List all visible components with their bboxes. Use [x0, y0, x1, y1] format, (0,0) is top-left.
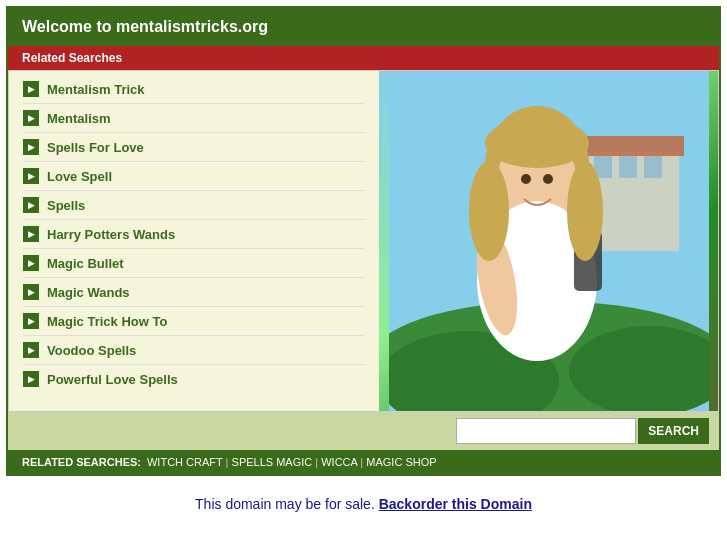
list-item: ▶ Voodoo Spells: [23, 342, 365, 365]
bottom-related-links: WITCH CRAFT | SPELLS MAGIC | WICCA | MAG…: [147, 456, 437, 468]
list-item: ▶ Mentalism Trick: [23, 81, 365, 104]
image-column: [379, 71, 718, 411]
link-anchor[interactable]: Spells: [47, 198, 85, 213]
search-input[interactable]: [456, 418, 636, 444]
arrow-icon: ▶: [23, 168, 39, 184]
arrow-icon: ▶: [23, 342, 39, 358]
svg-point-19: [469, 161, 509, 261]
link-anchor[interactable]: Powerful Love Spells: [47, 372, 178, 387]
list-item: ▶ Magic Trick How To: [23, 313, 365, 336]
footer: This domain may be for sale. Backorder t…: [0, 482, 727, 522]
bottom-related-label: RELATED SEARCHES:: [22, 456, 141, 468]
main-content-area: ▶ Mentalism Trick ▶ Mentalism ▶ Spells F…: [8, 70, 719, 412]
list-item: ▶ Love Spell: [23, 168, 365, 191]
related-bar-label: Related Searches: [22, 51, 122, 65]
svg-point-17: [521, 174, 531, 184]
backorder-link[interactable]: Backorder this Domain: [379, 496, 532, 512]
link-anchor[interactable]: Magic Wands: [47, 285, 130, 300]
separator: |: [357, 456, 366, 468]
svg-rect-6: [619, 156, 637, 178]
svg-point-20: [567, 161, 603, 261]
link-anchor[interactable]: Magic Trick How To: [47, 314, 167, 329]
list-item: ▶ Powerful Love Spells: [23, 371, 365, 393]
arrow-icon: ▶: [23, 110, 39, 126]
arrow-icon: ▶: [23, 255, 39, 271]
svg-point-18: [543, 174, 553, 184]
related-bar: Related Searches: [8, 46, 719, 70]
link-anchor[interactable]: Magic Bullet: [47, 256, 124, 271]
arrow-icon: ▶: [23, 197, 39, 213]
search-button[interactable]: SEARCH: [638, 418, 709, 444]
list-item: ▶ Mentalism: [23, 110, 365, 133]
arrow-icon: ▶: [23, 226, 39, 242]
svg-rect-7: [644, 156, 662, 178]
search-row: SEARCH: [8, 412, 719, 450]
link-anchor[interactable]: Mentalism: [47, 111, 111, 126]
link-anchor[interactable]: Love Spell: [47, 169, 112, 184]
svg-rect-8: [584, 136, 684, 156]
main-container: Welcome to mentalismtricks.org Related S…: [6, 6, 721, 476]
bottom-related-link[interactable]: SPELLS MAGIC: [232, 456, 313, 468]
separator: |: [312, 456, 321, 468]
arrow-icon: ▶: [23, 139, 39, 155]
links-list: ▶ Mentalism Trick ▶ Mentalism ▶ Spells F…: [23, 81, 365, 393]
site-header: Welcome to mentalismtricks.org: [8, 8, 719, 46]
links-column: ▶ Mentalism Trick ▶ Mentalism ▶ Spells F…: [9, 71, 379, 411]
separator: |: [223, 456, 232, 468]
svg-point-14: [502, 221, 572, 271]
bottom-related-link[interactable]: MAGIC SHOP: [366, 456, 436, 468]
list-item: ▶ Spells: [23, 197, 365, 220]
arrow-icon: ▶: [23, 371, 39, 387]
list-item: ▶ Magic Bullet: [23, 255, 365, 278]
header-title: Welcome to mentalismtricks.org: [22, 18, 268, 35]
link-anchor[interactable]: Harry Potters Wands: [47, 227, 175, 242]
image-placeholder: [379, 71, 718, 411]
arrow-icon: ▶: [23, 284, 39, 300]
svg-point-11: [485, 118, 589, 168]
bottom-related-link[interactable]: WICCA: [321, 456, 357, 468]
footer-text: This domain may be for sale.: [195, 496, 375, 512]
person-illustration: [389, 71, 709, 411]
link-anchor[interactable]: Mentalism Trick: [47, 82, 145, 97]
list-item: ▶ Spells For Love: [23, 139, 365, 162]
list-item: ▶ Harry Potters Wands: [23, 226, 365, 249]
bottom-related-link[interactable]: WITCH CRAFT: [147, 456, 223, 468]
bottom-related-bar: RELATED SEARCHES: WITCH CRAFT | SPELLS M…: [8, 450, 719, 474]
arrow-icon: ▶: [23, 313, 39, 329]
link-anchor[interactable]: Voodoo Spells: [47, 343, 136, 358]
arrow-icon: ▶: [23, 81, 39, 97]
link-anchor[interactable]: Spells For Love: [47, 140, 144, 155]
list-item: ▶ Magic Wands: [23, 284, 365, 307]
